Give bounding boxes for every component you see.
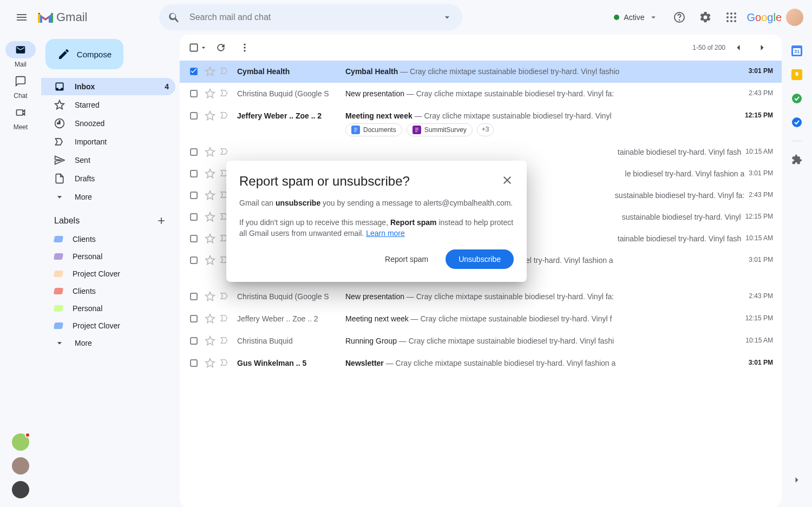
important-marker[interactable]: [220, 88, 231, 99]
important-marker[interactable]: [220, 147, 231, 157]
rail-label: Meet: [14, 123, 28, 131]
star-button[interactable]: [205, 147, 215, 157]
star-button[interactable]: [205, 233, 215, 244]
rail-item-chat[interactable]: Chat: [5, 70, 36, 102]
email-row[interactable]: Christina Buquid (Google S New presentat…: [180, 83, 782, 105]
nav-item-sent[interactable]: Sent: [41, 152, 175, 169]
dialog-close-button[interactable]: [497, 170, 517, 190]
label-item[interactable]: Personal: [41, 300, 175, 317]
row-checkbox[interactable]: [188, 335, 199, 346]
labels-more[interactable]: More: [41, 334, 175, 352]
keep-addon[interactable]: [791, 69, 802, 80]
email-row[interactable]: Gus Winkelman .. 5 Newsletter — Cray cli…: [180, 352, 782, 374]
important-marker[interactable]: [220, 313, 231, 324]
chat-avatar-1[interactable]: [12, 433, 29, 451]
show-side-panel-button[interactable]: [791, 475, 802, 485]
unsubscribe-button[interactable]: Unsubscribe: [446, 249, 514, 269]
learn-more-link[interactable]: Learn more: [366, 229, 405, 238]
nav-item-starred[interactable]: Starred: [41, 96, 175, 114]
star-button[interactable]: [205, 212, 215, 222]
attachment-chip[interactable]: SummitSurvey: [407, 123, 473, 136]
app-rail: MailChatMeet: [0, 35, 41, 507]
star-button[interactable]: [205, 335, 215, 346]
search-options-button[interactable]: [436, 6, 458, 28]
chat-avatar-3[interactable]: [12, 481, 29, 498]
label-item[interactable]: Personal: [41, 248, 175, 265]
important-marker[interactable]: [220, 291, 231, 302]
row-checkbox[interactable]: [188, 233, 199, 244]
email-row[interactable]: Christina Buquid (Google S New presentat…: [180, 286, 782, 308]
nav-item-important[interactable]: Important: [41, 133, 175, 150]
logo-area[interactable]: Gmail: [37, 10, 156, 24]
email-row[interactable]: Christina Buquid Running Group — Cray cl…: [180, 330, 782, 352]
svg-point-37: [792, 117, 802, 127]
search-button[interactable]: [163, 6, 185, 28]
email-row[interactable]: Jeffery Weber .. Zoe .. 2 Meeting next w…: [180, 308, 782, 330]
star-button[interactable]: [205, 255, 215, 266]
search-bar[interactable]: [159, 4, 462, 30]
important-marker[interactable]: [220, 335, 231, 346]
star-button[interactable]: [205, 168, 215, 179]
row-checkbox[interactable]: [188, 66, 199, 77]
svg-point-10: [734, 20, 736, 22]
row-checkbox[interactable]: [188, 88, 199, 99]
important-marker[interactable]: [220, 66, 231, 77]
label-item[interactable]: Clients: [41, 282, 175, 300]
apps-button[interactable]: [721, 6, 742, 28]
calendar-addon[interactable]: 31: [791, 45, 802, 56]
nav-item-more[interactable]: More: [41, 188, 175, 206]
nav-item-snoozed[interactable]: Snoozed: [41, 115, 175, 132]
email-row[interactable]: Jeffery Weber .. Zoe .. 2 Meeting next w…: [180, 105, 782, 141]
contacts-addon[interactable]: [791, 117, 802, 128]
support-button[interactable]: [669, 6, 690, 28]
star-button[interactable]: [205, 88, 215, 99]
search-input[interactable]: [185, 12, 436, 22]
nav-item-inbox[interactable]: Inbox4: [41, 78, 175, 95]
add-label-button[interactable]: [156, 215, 167, 226]
row-checkbox[interactable]: [188, 291, 199, 302]
more-actions-button[interactable]: [234, 37, 256, 58]
star-button[interactable]: [205, 358, 215, 368]
prev-page-button[interactable]: [728, 37, 749, 58]
row-checkbox[interactable]: [188, 212, 199, 222]
star-button[interactable]: [205, 291, 215, 302]
row-checkbox[interactable]: [188, 313, 199, 324]
get-addons-button[interactable]: [791, 154, 802, 165]
star-button[interactable]: [205, 313, 215, 324]
row-content: Cymbal Health — Cray cliche mixtape sust…: [345, 61, 749, 80]
rail-item-meet[interactable]: Meet: [5, 102, 36, 133]
attachment-chip[interactable]: Documents: [345, 123, 402, 136]
select-all-checkbox[interactable]: [188, 42, 208, 53]
gmail-logo-icon: [37, 11, 54, 24]
label-item[interactable]: Project Clover: [41, 265, 175, 282]
email-row[interactable]: Cymbal Health Cymbal Health — Cray clich…: [180, 61, 782, 83]
row-checkbox[interactable]: [188, 147, 199, 157]
row-checkbox[interactable]: [188, 110, 199, 121]
email-row[interactable]: tainable biodiesel try-hard. Vinyl fash …: [180, 141, 782, 163]
star-button[interactable]: [205, 190, 215, 201]
compose-button[interactable]: Compose: [45, 39, 123, 69]
settings-button[interactable]: [695, 6, 716, 28]
label-item[interactable]: Clients: [41, 231, 175, 248]
nav-item-drafts[interactable]: Drafts: [41, 170, 175, 187]
report-spam-button[interactable]: Report spam: [374, 249, 439, 269]
account-avatar[interactable]: [786, 9, 803, 26]
tasks-addon[interactable]: [791, 93, 802, 104]
main-menu-button[interactable]: [9, 4, 35, 30]
row-checkbox[interactable]: [188, 190, 199, 201]
refresh-button[interactable]: [210, 37, 232, 58]
more-attachments[interactable]: +3: [477, 123, 494, 136]
chat-avatar-2[interactable]: [12, 457, 29, 475]
star-button[interactable]: [205, 66, 215, 77]
next-page-button[interactable]: [751, 37, 773, 58]
label-item[interactable]: Project Clover: [41, 317, 175, 334]
important-marker[interactable]: [220, 110, 231, 121]
star-button[interactable]: [205, 110, 215, 121]
row-checkbox[interactable]: [188, 255, 199, 266]
row-checkbox[interactable]: [188, 358, 199, 368]
important-marker[interactable]: [220, 358, 231, 368]
rail-item-mail[interactable]: Mail: [5, 39, 36, 70]
row-checkbox[interactable]: [188, 168, 199, 179]
status-selector[interactable]: Active: [608, 9, 664, 26]
chevron-left-icon: [733, 42, 744, 53]
